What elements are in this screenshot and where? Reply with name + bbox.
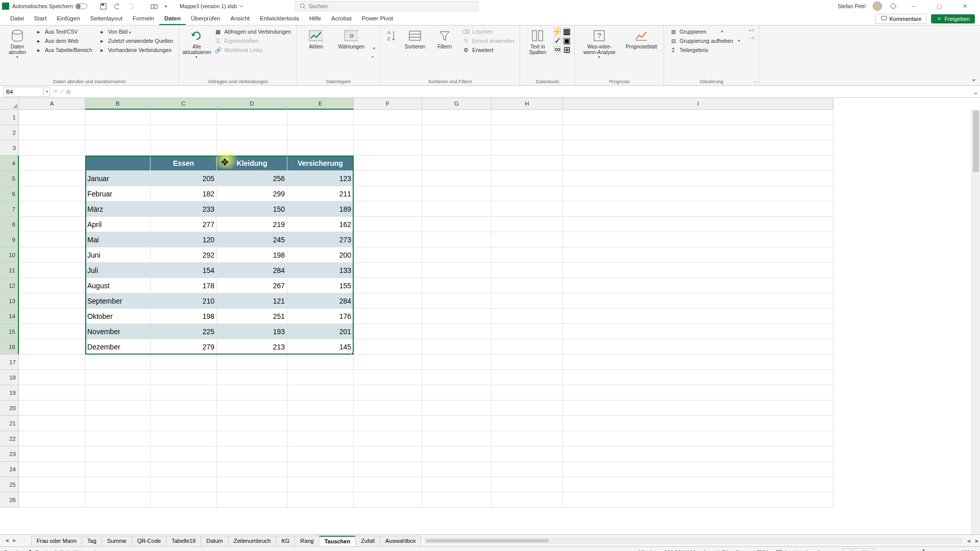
sheet-nav-prev-icon[interactable]: ◄ [4, 537, 10, 544]
row-header[interactable]: 7 [0, 202, 19, 217]
cell[interactable]: 277 [151, 217, 217, 232]
name-box[interactable]: B4 [3, 87, 44, 97]
cell[interactable] [19, 446, 85, 462]
sheet-tab[interactable]: Tabelle18 [166, 536, 201, 546]
cell[interactable] [563, 400, 834, 416]
cell[interactable] [492, 416, 563, 431]
cell[interactable] [422, 462, 492, 477]
cell[interactable]: 211 [287, 186, 354, 202]
cell[interactable] [563, 446, 834, 462]
cell[interactable] [151, 355, 217, 370]
zoom-level[interactable]: 160 % [961, 549, 976, 552]
column-header[interactable]: I [563, 98, 834, 110]
cell[interactable]: 284 [217, 263, 287, 278]
cell[interactable] [287, 385, 354, 400]
cell[interactable] [354, 385, 422, 400]
cell[interactable] [85, 416, 151, 431]
cell[interactable] [354, 125, 422, 140]
cell[interactable]: Essen [151, 156, 217, 171]
vertical-scrollbar[interactable] [971, 110, 980, 534]
cell[interactable] [19, 385, 85, 400]
cell[interactable] [217, 462, 287, 477]
cell[interactable]: Juni [85, 247, 151, 263]
sheet-tab[interactable]: Auswahlbox [380, 536, 421, 546]
ribbon-tab-hilfe[interactable]: Hilfe [304, 13, 326, 25]
column-header[interactable]: C [151, 98, 217, 110]
cell[interactable]: 123 [287, 171, 354, 186]
cell[interactable] [151, 110, 217, 125]
cell[interactable] [19, 186, 85, 202]
maximize-button[interactable]: ▢ [930, 1, 948, 12]
text-to-columns-button[interactable]: Text in Spalten [524, 28, 551, 78]
subtotal-button[interactable]: ΣTeilergebnis [668, 46, 741, 54]
cell[interactable] [354, 263, 422, 278]
cell[interactable]: 121 [217, 293, 287, 309]
cell[interactable] [422, 431, 492, 446]
cell[interactable] [217, 492, 287, 508]
column-headers[interactable]: ABCDEFGHI [19, 98, 834, 110]
cell[interactable] [354, 492, 422, 508]
cell[interactable] [563, 217, 834, 232]
cell[interactable] [563, 492, 834, 508]
ribbon-tab-seitenlayout[interactable]: Seitenlayout [85, 13, 128, 25]
cell[interactable] [422, 156, 492, 171]
sort-button[interactable]: Sortieren [402, 28, 428, 78]
cell[interactable] [492, 309, 563, 324]
row-header[interactable]: 6 [0, 186, 19, 202]
cell[interactable] [19, 293, 85, 309]
cell[interactable]: 251 [217, 309, 287, 324]
cell[interactable] [217, 416, 287, 431]
cell[interactable] [85, 462, 151, 477]
sheet-tab[interactable]: Tag [82, 536, 102, 546]
cell[interactable]: Kleidung [217, 156, 287, 171]
cell[interactable] [19, 110, 85, 125]
cell[interactable] [422, 278, 492, 293]
cell[interactable]: Mai [85, 232, 151, 247]
cell[interactable] [422, 232, 492, 247]
cell[interactable] [287, 416, 354, 431]
cell[interactable] [19, 171, 85, 186]
sheet-tab[interactable]: QR-Code [132, 536, 166, 546]
cell[interactable] [422, 293, 492, 309]
ribbon-tab-start[interactable]: Start [29, 13, 52, 25]
cell[interactable] [354, 110, 422, 125]
column-header[interactable]: E [287, 98, 354, 110]
sheet-nav-more-icon[interactable]: ⋯ [21, 537, 27, 544]
cell[interactable]: 198 [217, 247, 287, 263]
cell[interactable] [287, 125, 354, 140]
sheet-tab[interactable]: Rang [295, 536, 319, 546]
row-header[interactable]: 24 [0, 462, 19, 477]
sheet-tab[interactable]: Zeilenumbruch [228, 536, 277, 546]
cell[interactable] [563, 232, 834, 247]
cell[interactable] [354, 186, 422, 202]
cell[interactable] [85, 140, 151, 156]
cell[interactable] [85, 110, 151, 125]
get-data-option[interactable]: ▸Von Bild ▾ [97, 28, 175, 36]
row-header[interactable]: 11 [0, 263, 19, 278]
cell[interactable] [354, 278, 422, 293]
column-header[interactable]: G [422, 98, 492, 110]
cell[interactable]: 200 [287, 247, 354, 263]
cell[interactable]: 267 [217, 278, 287, 293]
cell[interactable] [563, 416, 834, 431]
get-data-option[interactable]: ▸Vorhandene Verbindungen [97, 46, 175, 54]
cell[interactable] [85, 355, 151, 370]
cell[interactable]: Januar [85, 171, 151, 186]
cell[interactable] [563, 202, 834, 217]
cell[interactable] [151, 462, 217, 477]
cell[interactable] [354, 232, 422, 247]
show-detail-icon[interactable]: +≡ [749, 28, 755, 33]
cell[interactable] [287, 110, 354, 125]
cell[interactable]: 225 [151, 324, 217, 339]
cell[interactable] [354, 431, 422, 446]
get-data-option[interactable]: ▸Aus dem Web [34, 37, 94, 45]
cell[interactable]: 273 [287, 232, 354, 247]
comments-button[interactable]: Kommentare [875, 14, 927, 24]
diamond-icon[interactable] [889, 2, 897, 10]
cell[interactable] [492, 202, 563, 217]
accessibility-status[interactable]: Barrierefreiheit: Untersuchen [27, 549, 104, 552]
cell[interactable] [354, 477, 422, 492]
cell[interactable] [19, 462, 85, 477]
cell[interactable] [492, 339, 563, 355]
ribbon-tab-ansicht[interactable]: Ansicht [226, 13, 255, 25]
